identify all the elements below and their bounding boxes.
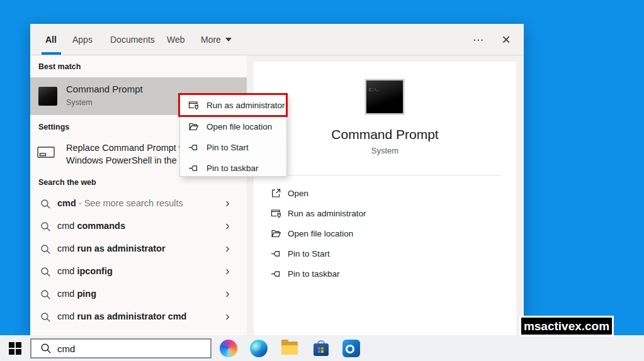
context-menu-item-label: Open file location <box>206 122 272 131</box>
tab-all-label: All <box>45 35 57 45</box>
chevron-down-icon <box>225 38 232 42</box>
web-suggestion-row[interactable]: cmd- See more search results › <box>30 193 247 216</box>
action-open[interactable]: Open <box>254 184 516 204</box>
action-pin-to-taskbar[interactable]: Pin to taskbar <box>254 264 516 284</box>
web-suggestion-row[interactable]: cmdcommands › <box>30 216 247 238</box>
search-icon <box>40 199 51 209</box>
section-best-match: Best match <box>38 62 81 71</box>
pin-icon <box>188 142 199 153</box>
chevron-right-icon: › <box>225 241 230 255</box>
copilot-icon[interactable] <box>220 340 237 357</box>
context-menu-item-label: Pin to taskbar <box>206 164 259 173</box>
tab-more[interactable]: More <box>201 24 232 55</box>
chevron-right-icon: › <box>225 309 230 323</box>
console-window-icon <box>37 147 55 159</box>
search-icon <box>40 312 51 323</box>
context-menu-item-label: Pin to Start <box>206 143 249 152</box>
preview-app-name: Command Prompt <box>254 127 516 142</box>
file-explorer-icon[interactable] <box>281 340 298 357</box>
suggestion-suffix: ping <box>77 289 96 299</box>
windows-logo-icon <box>9 342 21 355</box>
chevron-right-icon: › <box>225 196 230 210</box>
folder-icon <box>271 228 281 239</box>
taskbar <box>0 335 644 361</box>
close-icon: × <box>502 31 511 48</box>
settings-item-line1: Replace Command Prompt wi <box>66 143 188 153</box>
action-label: Run as administrator <box>288 209 366 218</box>
query-text: cmd <box>57 266 74 276</box>
search-icon <box>40 343 52 354</box>
section-settings: Settings <box>38 123 69 131</box>
pin-icon <box>271 248 281 259</box>
start-button[interactable] <box>0 335 30 361</box>
action-label: Pin to taskbar <box>288 269 340 279</box>
command-prompt-icon-large: C:\. <box>365 79 404 114</box>
tab-web[interactable]: Web <box>167 24 185 55</box>
preview-app-type: System <box>254 146 516 155</box>
query-text: cmd <box>57 221 74 231</box>
web-suggestion-row[interactable]: cmdrun as administrator cmd › <box>30 306 247 329</box>
web-suggestion-text: cmdrun as administrator cmd <box>57 311 186 321</box>
web-suggestion-row[interactable]: cmdrun as administrator › <box>30 238 247 261</box>
query-text: cmd <box>57 289 74 299</box>
suggestion-suffix: commands <box>77 221 125 231</box>
folder-front <box>281 345 298 355</box>
query-text: cmd <box>57 243 74 253</box>
open-icon <box>271 188 281 199</box>
command-prompt-icon-text: C:\. <box>369 87 380 92</box>
query-text: cmd <box>57 198 76 208</box>
taskbar-search-box[interactable] <box>30 338 212 358</box>
web-suggestion-row[interactable]: cmdipconfig › <box>30 261 247 284</box>
search-icon <box>40 289 51 300</box>
pin-icon <box>188 163 199 174</box>
action-run-as-administrator[interactable]: Run as administrator <box>254 204 516 224</box>
taskbar-search-input[interactable] <box>57 343 196 354</box>
action-label: Open file location <box>288 229 353 238</box>
microsoft-store-icon[interactable] <box>312 340 330 357</box>
edge-browser-icon[interactable] <box>250 340 268 357</box>
ellipsis-icon: ⋯ <box>473 33 484 47</box>
divider <box>269 175 501 175</box>
outlook-icon[interactable] <box>342 340 360 357</box>
context-menu-pin-to-start[interactable]: Pin to Start <box>180 137 286 158</box>
suggestion-suffix: run as administrator <box>77 243 165 253</box>
action-open-file-location[interactable]: Open file location <box>254 224 516 244</box>
context-menu-pin-to-taskbar[interactable]: Pin to taskbar <box>180 158 286 179</box>
more-options-button[interactable]: ⋯ <box>467 24 490 55</box>
tab-web-label: Web <box>167 35 185 45</box>
chevron-right-icon: › <box>225 286 230 301</box>
tab-all[interactable]: All <box>45 24 57 55</box>
web-suggestion-row[interactable]: cmdping › <box>30 284 247 306</box>
pin-icon <box>271 269 281 279</box>
context-menu: Run as administrator Open file location … <box>179 94 287 177</box>
section-search-the-web: Search the web <box>38 178 96 187</box>
run-as-administrator-icon <box>188 100 200 111</box>
web-suggestion-text: cmdipconfig <box>57 266 113 276</box>
tab-documents[interactable]: Documents <box>110 24 155 55</box>
context-menu-item-label: Run as administrator <box>206 101 285 110</box>
folder-icon <box>188 121 199 132</box>
action-pin-to-start[interactable]: Pin to Start <box>254 244 516 264</box>
query-text: cmd <box>57 311 74 321</box>
tab-apps[interactable]: Apps <box>72 24 93 55</box>
web-suggestion-text: cmdping <box>57 289 96 299</box>
watermark: msactivex.com <box>519 316 614 336</box>
context-menu-run-as-administrator[interactable]: Run as administrator <box>180 95 286 116</box>
search-icon <box>40 244 51 255</box>
suggestion-suffix: ipconfig <box>77 266 112 276</box>
close-button[interactable]: × <box>494 24 519 55</box>
best-match-title: Command Prompt <box>66 84 143 94</box>
desktop-background: All Apps Documents Web More ⋯ × <box>0 0 644 361</box>
web-suggestion-text: cmd- See more search results <box>57 198 183 208</box>
tab-documents-label: Documents <box>110 35 155 45</box>
run-as-administrator-icon <box>271 208 283 219</box>
preview-pane: C:\. Command Prompt System Open <box>254 62 516 335</box>
web-suggestion-text: cmdcommands <box>57 221 125 231</box>
best-match-subtitle: System <box>66 98 93 107</box>
active-tab-underline <box>42 52 61 55</box>
suggestion-suffix: run as administrator cmd <box>77 311 186 321</box>
tab-more-label: More <box>201 35 221 45</box>
action-label: Pin to Start <box>288 249 330 258</box>
watermark-text: msactivex.com <box>524 319 609 333</box>
context-menu-open-file-location[interactable]: Open file location <box>180 116 286 137</box>
